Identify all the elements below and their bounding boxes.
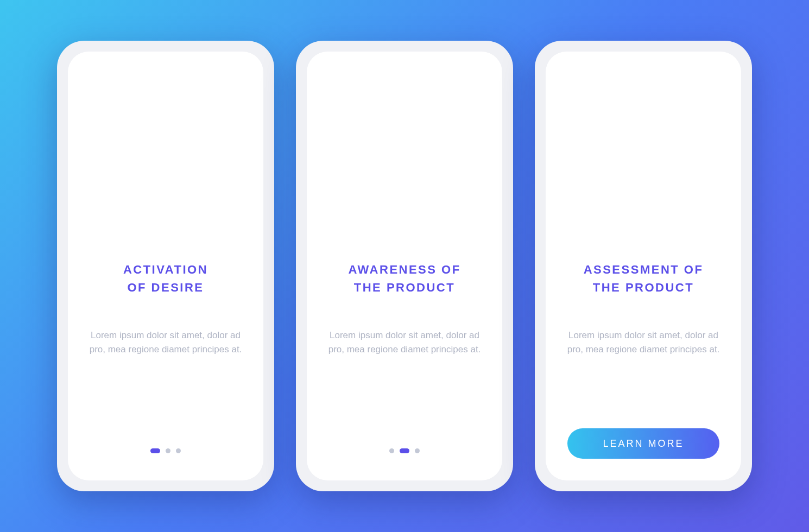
svg-point-10 [366, 152, 388, 174]
screen-description: Lorem ipsum dolor sit amet, dolor ad pro… [87, 328, 244, 357]
pagination-dots [389, 448, 420, 459]
screen-title: AWARENESS OF THE PRODUCT [348, 261, 460, 299]
dot-2[interactable] [400, 448, 409, 453]
svg-point-11 [420, 167, 438, 186]
svg-point-20 [637, 195, 649, 207]
svg-point-3 [208, 148, 216, 156]
svg-point-7 [394, 100, 432, 138]
onboarding-screen-2: AWARENESS OF THE PRODUCT Lorem ipsum dol… [307, 52, 502, 480]
svg-point-12 [451, 178, 454, 181]
svg-point-1 [119, 149, 136, 166]
dot-1[interactable] [150, 448, 160, 453]
dot-3[interactable] [415, 448, 420, 453]
svg-rect-8 [409, 138, 416, 157]
onboarding-phone-3: ASSESSMENT OF THE PRODUCT Lorem ipsum do… [535, 41, 752, 491]
dot-2[interactable] [166, 448, 170, 453]
onboarding-phone-1: ACTIVATION OF DESIRE Lorem ipsum dolor s… [57, 41, 274, 491]
awareness-illustration-icon [328, 79, 481, 231]
screen-title: ASSESSMENT OF THE PRODUCT [584, 261, 704, 299]
svg-point-2 [189, 148, 197, 156]
svg-point-16 [573, 84, 714, 225]
onboarding-phone-2: AWARENESS OF THE PRODUCT Lorem ipsum dol… [296, 41, 513, 491]
onboarding-screen-3: ASSESSMENT OF THE PRODUCT Lorem ipsum do… [546, 52, 741, 480]
svg-point-0 [95, 84, 236, 225]
assessment-illustration-icon [567, 79, 719, 231]
screen-description: Lorem ipsum dolor sit amet, dolor ad pro… [326, 328, 483, 357]
dot-3[interactable] [176, 448, 181, 453]
svg-point-5 [197, 112, 210, 123]
svg-point-14 [437, 183, 440, 186]
pagination-dots [150, 448, 181, 459]
svg-point-6 [334, 84, 475, 225]
screen-title: ACTIVATION OF DESIRE [123, 261, 208, 299]
svg-point-15 [434, 187, 436, 189]
learn-more-button[interactable]: LEARN MORE [567, 428, 719, 459]
dot-1[interactable] [389, 448, 394, 453]
svg-point-13 [458, 178, 462, 181]
onboarding-screen-1: ACTIVATION OF DESIRE Lorem ipsum dolor s… [68, 52, 263, 480]
screen-description: Lorem ipsum dolor sit amet, dolor ad pro… [565, 328, 722, 357]
svg-point-17 [671, 126, 687, 142]
svg-point-19 [594, 195, 606, 207]
svg-point-18 [616, 168, 628, 180]
svg-rect-4 [193, 109, 213, 126]
svg-rect-9 [404, 112, 421, 126]
desire-illustration-icon [90, 79, 242, 231]
